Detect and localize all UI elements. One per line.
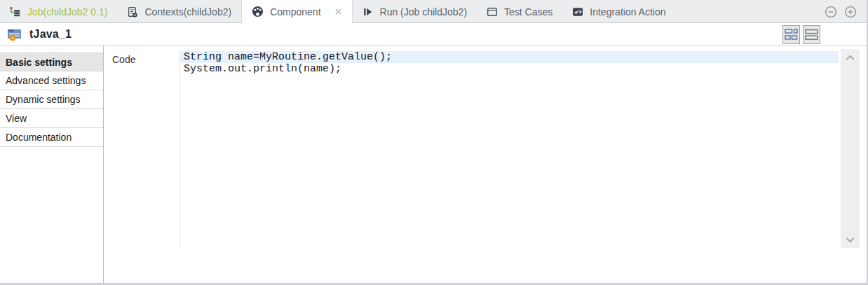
layout-buttons: [782, 25, 820, 44]
tabbar-controls: [825, 0, 867, 23]
integration-action-icon: [572, 6, 583, 18]
tab-integration-action[interactable]: Integration Action: [562, 0, 675, 23]
sidebar-item-documentation[interactable]: Documentation: [0, 128, 103, 147]
tab-label: Integration Action: [590, 6, 665, 18]
code-line[interactable]: String name=MyRoutine.getValue();: [180, 51, 839, 63]
minimize-circle-icon[interactable]: [825, 6, 837, 18]
vertical-scrollbar[interactable]: [841, 49, 860, 248]
sidebar-item-basic-settings[interactable]: Basic settings: [0, 53, 103, 71]
basic-settings-content: Code String name=MyRoutine.getValue(); S…: [104, 46, 867, 284]
tab-label: Run (Job childJob2): [380, 6, 468, 18]
tab-job[interactable]: Job(childJob2 0.1): [0, 0, 117, 23]
test-cases-icon: [487, 6, 498, 18]
code-editor[interactable]: String name=MyRoutine.getValue(); System…: [179, 49, 839, 248]
sidebar-item-advanced-settings[interactable]: Advanced settings: [0, 71, 103, 90]
tjava-component-icon: [7, 27, 23, 42]
tab-component[interactable]: Component: [241, 0, 352, 23]
tab-run[interactable]: Run (Job childJob2): [353, 0, 477, 23]
settings-body: Basic settings Advanced settings Dynamic…: [0, 46, 867, 284]
tab-contexts[interactable]: Contexts(childJob2): [117, 0, 241, 23]
code-field-label: Code: [112, 54, 135, 65]
view-tabbar: Job(childJob2 0.1) Contexts(childJob2): [0, 0, 867, 23]
rows-layout-icon[interactable]: [803, 25, 820, 44]
sidebar-item-view[interactable]: View: [0, 109, 103, 128]
tab-label: Test Cases: [504, 6, 552, 18]
grid-layout-icon[interactable]: [782, 25, 800, 44]
tab-label: Job(childJob2 0.1): [27, 6, 107, 18]
tab-test-cases[interactable]: Test Cases: [477, 0, 562, 23]
code-line[interactable]: System.out.println(name);: [180, 63, 839, 75]
component-icon: [252, 6, 264, 18]
tab-label: Contexts(childJob2): [144, 6, 231, 18]
maximize-circle-icon[interactable]: [844, 6, 857, 18]
settings-sidebar: Basic settings Advanced settings Dynamic…: [0, 46, 104, 284]
run-icon: [362, 6, 374, 18]
scroll-up-icon[interactable]: [841, 51, 860, 64]
contexts-icon: [127, 6, 138, 18]
component-header: tJava_1: [0, 23, 867, 46]
component-settings-panel: Job(childJob2 0.1) Contexts(childJob2): [0, 0, 868, 285]
close-icon[interactable]: [334, 8, 342, 15]
sidebar-item-dynamic-settings[interactable]: Dynamic settings: [0, 90, 103, 109]
page-title: tJava_1: [29, 28, 72, 41]
tab-label: Component: [270, 6, 320, 18]
job-icon: [10, 6, 21, 18]
code-editor-row: String name=MyRoutine.getValue(); System…: [179, 49, 860, 248]
scroll-down-icon[interactable]: [841, 233, 860, 246]
